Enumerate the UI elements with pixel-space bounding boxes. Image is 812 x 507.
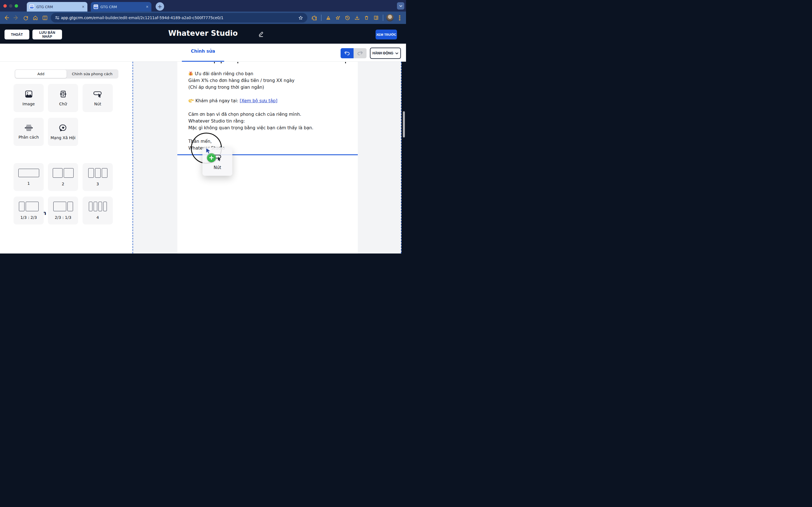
- clipped-text-descender: [345, 62, 346, 63]
- builder-subheader: Chỉnh sửa HÀNH ĐỘNG: [0, 44, 406, 62]
- sidebar-segmented-control: Add Chỉnh sửa phong cách: [15, 69, 118, 78]
- history-icon[interactable]: [343, 13, 352, 22]
- tab-search-chevron-icon[interactable]: [397, 2, 404, 10]
- bookmark-star-icon[interactable]: [297, 13, 305, 22]
- thanks-line-2[interactable]: Whatever Studio tin rằng:: [188, 118, 346, 124]
- clipped-text-descender: [238, 62, 238, 63]
- block-label: Image: [22, 102, 35, 106]
- email-canvas: Ưu đãi dành riêng cho bạn Giảm X% cho đơ…: [133, 62, 402, 253]
- clipped-text-descender: [221, 62, 221, 63]
- layout-1-column[interactable]: 1: [13, 163, 44, 191]
- block-label: Mạng Xã Hội: [50, 135, 75, 140]
- reload-icon[interactable]: [21, 13, 31, 22]
- thanks-line-3[interactable]: Mặc gì không quan trọng bằng việc bạn cả…: [188, 124, 346, 131]
- social-bubble-heart-icon: [59, 124, 67, 132]
- browser-window: GTGCRM GTG CRM × GTGCRM GTG CRM × +: [0, 0, 406, 253]
- redo-button[interactable]: [354, 48, 366, 58]
- browser-tab-1[interactable]: GTGCRM GTG CRM ×: [27, 2, 87, 11]
- block-label: Nút: [94, 102, 101, 106]
- block-image[interactable]: Image: [13, 84, 44, 112]
- delete-trash-icon[interactable]: [362, 13, 371, 22]
- layout-4-columns[interactable]: 4: [83, 196, 113, 224]
- profile-avatar[interactable]: [385, 13, 395, 22]
- gift-emoji-icon: [188, 71, 193, 78]
- url-text: app.gtgcrm.com/email-builder/edit-email/…: [61, 15, 297, 20]
- collection-link[interactable]: [Xem bộ sưu tập]: [240, 98, 277, 103]
- tab-label: GTG CRM: [36, 5, 53, 9]
- block-text[interactable]: Chữ: [48, 84, 78, 112]
- email-title: Whatever Studio: [0, 29, 406, 38]
- gtg-crm-favicon: GTGCRM: [94, 4, 98, 9]
- browser-tab-strip: GTGCRM GTG CRM × GTGCRM GTG CRM × +: [0, 0, 406, 11]
- layout-3-icon: [88, 168, 107, 178]
- layout-2-columns[interactable]: 2: [48, 163, 78, 191]
- pointing-right-emoji-icon: [188, 98, 194, 105]
- block-divider[interactable]: Phân cách: [13, 118, 44, 146]
- tab-edit[interactable]: Chỉnh sửa: [182, 49, 224, 54]
- offer-title-line[interactable]: Ưu đãi dành riêng cho bạn: [188, 70, 346, 78]
- drag-preview-label: Nút: [214, 165, 221, 170]
- offer-line-2[interactable]: Giảm X% cho đơn hàng đầu tiên / trong XX…: [188, 77, 346, 84]
- tab-label: GTG CRM: [100, 5, 117, 9]
- clipped-text-descender: [214, 62, 215, 63]
- tab-close-icon[interactable]: ×: [82, 5, 85, 9]
- thanks-line-1[interactable]: Cảm ơn bạn vì đã chọn phong cách của riê…: [188, 111, 346, 118]
- builder-header: THOÁT LƯU BẢN NHÁP Whatever Studio XEM T…: [0, 24, 406, 44]
- site-controls-icon[interactable]: [54, 13, 61, 22]
- divider-icon: [24, 124, 34, 131]
- text-icon: [59, 90, 67, 98]
- blocks-sidebar: Add Chỉnh sửa phong cách Image Chữ Nút P…: [0, 62, 133, 253]
- chevron-down-icon: [395, 52, 398, 54]
- toolbar-divider: [321, 15, 321, 21]
- favorites-sparkle-star-icon[interactable]: [333, 13, 343, 22]
- home-icon[interactable]: [31, 13, 40, 22]
- actions-dropdown-button[interactable]: HÀNH ĐỘNG: [370, 48, 401, 59]
- forward-icon[interactable]: [11, 13, 21, 22]
- cta-line[interactable]: Khám phá ngay tại: [Xem bộ sưu tập]: [188, 98, 346, 105]
- edit-title-pencil-icon[interactable]: [258, 31, 265, 39]
- block-social[interactable]: Mạng Xã Hội: [48, 118, 78, 146]
- side-panel-icon[interactable]: [40, 13, 50, 22]
- browser-toolbar: app.gtgcrm.com/email-builder/edit-email/…: [0, 11, 406, 24]
- new-tab-button[interactable]: +: [156, 2, 164, 11]
- reading-list-book-icon[interactable]: [371, 13, 381, 22]
- layout-2-3-1-3-icon: [53, 202, 73, 211]
- layout-two-thirds-one-third[interactable]: 2/3 : 1/3: [48, 196, 78, 224]
- button-icon: [93, 90, 103, 98]
- layout-2-icon: [53, 168, 73, 178]
- layout-3-columns[interactable]: 3: [83, 163, 113, 191]
- downloads-icon[interactable]: [352, 13, 362, 22]
- toolbar-divider: [383, 15, 383, 21]
- preview-button[interactable]: XEM TRƯỚC: [375, 30, 397, 40]
- extensions-puzzle-icon[interactable]: [310, 13, 319, 22]
- kebab-menu-icon[interactable]: [395, 13, 404, 22]
- traffic-light-minimize[interactable]: [9, 4, 12, 8]
- pinned-extension-icon[interactable]: [323, 13, 333, 22]
- vertical-scrollbar-thumb[interactable]: [403, 111, 405, 137]
- gtg-crm-favicon: GTGCRM: [30, 4, 34, 9]
- layout-4-icon: [89, 202, 107, 211]
- offer-line-3[interactable]: (Chỉ áp dụng trong thời gian ngắn): [188, 84, 346, 91]
- traffic-light-zoom[interactable]: [15, 4, 18, 8]
- mouse-cursor-icon: [206, 148, 212, 156]
- layout-one-third-two-thirds[interactable]: 1/3 : 2/3: [13, 196, 44, 224]
- layout-1-3-2-3-icon: [19, 202, 39, 211]
- block-label: Phân cách: [18, 135, 39, 139]
- tab-add[interactable]: Add: [15, 70, 66, 78]
- address-bar[interactable]: app.gtgcrm.com/email-builder/edit-email/…: [51, 13, 307, 22]
- block-button[interactable]: Nút: [83, 84, 113, 112]
- back-icon[interactable]: [2, 13, 11, 22]
- undo-button[interactable]: [341, 48, 354, 58]
- image-icon: [24, 90, 33, 98]
- layout-1-icon: [18, 169, 39, 177]
- browser-tab-2[interactable]: GTGCRM GTG CRM ×: [91, 2, 151, 11]
- tab-edit-style[interactable]: Chỉnh sửa phong cách: [66, 70, 118, 78]
- block-label: Chữ: [59, 102, 67, 106]
- tab-close-icon[interactable]: ×: [146, 5, 149, 9]
- traffic-light-close[interactable]: [3, 4, 7, 8]
